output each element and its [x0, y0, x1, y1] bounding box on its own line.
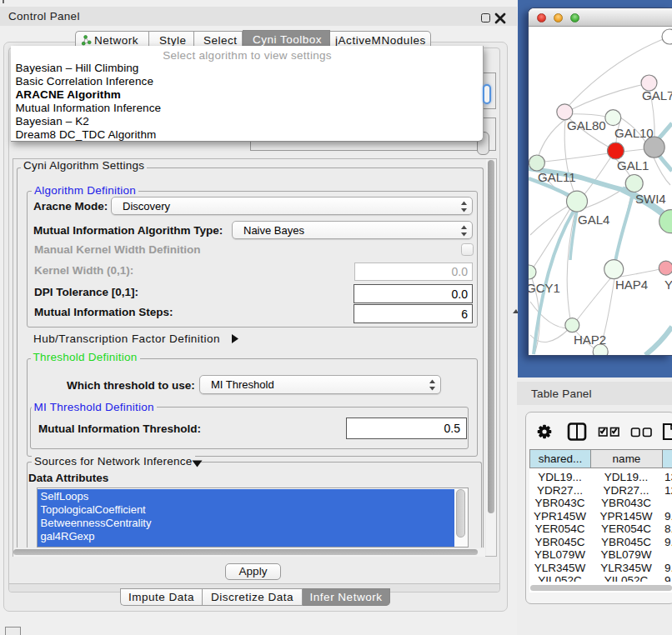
svg-text:Y: Y: [664, 278, 672, 292]
svg-text:GAL10: GAL10: [614, 126, 654, 140]
svg-text:GAL7: GAL7: [642, 88, 672, 102]
svg-text:SWI4: SWI4: [635, 192, 666, 206]
svg-text:GAL4: GAL4: [578, 212, 609, 227]
svg-text:HAP4: HAP4: [615, 278, 648, 292]
svg-text:GAL11: GAL11: [538, 170, 576, 184]
svg-text:GAL1: GAL1: [617, 158, 649, 172]
svg-text:GCY1: GCY1: [529, 281, 560, 295]
svg-text:HAP2: HAP2: [574, 332, 606, 347]
svg-text:GAL80: GAL80: [567, 118, 606, 132]
